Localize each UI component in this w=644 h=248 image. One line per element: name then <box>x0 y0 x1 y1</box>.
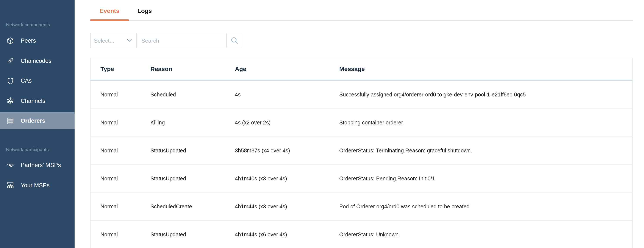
sidebar-item-label: Partners’ MSPs <box>21 162 61 168</box>
column-header-message: Message <box>329 65 632 72</box>
column-header-type: Type <box>90 65 140 72</box>
org-chart-icon <box>6 181 14 189</box>
cell-type: Normal <box>90 120 140 126</box>
sidebar-item-partners-msps[interactable]: Partners’ MSPs <box>0 157 74 174</box>
cell-reason: StatusUpdated <box>140 176 225 182</box>
cell-type: Normal <box>90 91 140 97</box>
tabs-bar: Events Logs <box>90 0 633 21</box>
cell-message: OrdererStatus: Terminating.Reason: grace… <box>329 148 632 154</box>
cell-age: 4h1m44s (x6 over 4s) <box>225 232 329 238</box>
filters-row: Select... <box>90 33 633 48</box>
shield-icon <box>6 77 14 85</box>
sidebar-item-channels[interactable]: Channels <box>0 92 74 109</box>
sidebar-item-label: Your MSPs <box>21 182 50 188</box>
table-row: Normal ScheduledCreate 4h1m44s (x3 over … <box>90 193 632 221</box>
cell-message: OrdererStatus: Unknown. <box>329 232 632 238</box>
column-header-reason: Reason <box>140 65 225 72</box>
cell-type: Normal <box>90 148 140 154</box>
cell-age: 4s (x2 over 2s) <box>225 120 329 126</box>
tab-events[interactable]: Events <box>90 0 129 20</box>
orderers-events-page: Network components Peers C <box>0 0 644 248</box>
cell-message: Stopping container orderer <box>329 120 632 126</box>
cube-icon <box>6 37 14 44</box>
cell-age: 4s <box>225 91 329 97</box>
cell-message: OrdererStatus: Pending.Reason: Init:0/1. <box>329 176 632 182</box>
cell-reason: Scheduled <box>140 91 225 97</box>
filter-select-value: Select... <box>94 37 114 44</box>
sidebar-item-orderers[interactable]: Orderers <box>0 112 74 129</box>
sidebar-item-label: Chaincodes <box>21 57 52 64</box>
sidebar-item-label: CAs <box>21 77 32 84</box>
sidebar-item-chaincodes[interactable]: Chaincodes <box>0 52 74 69</box>
sidebar-section-network-participants: Network participants <box>6 147 74 152</box>
cell-type: Normal <box>90 232 140 238</box>
sidebar-item-label: Peers <box>21 37 36 44</box>
table-row: Normal StatusUpdated 4h1m44s (x6 over 4s… <box>90 221 632 248</box>
sidebar: Network components Peers C <box>0 0 74 248</box>
cell-type: Normal <box>90 204 140 210</box>
tab-logs[interactable]: Logs <box>132 0 157 20</box>
cell-message: Successfully assigned org4/orderer-ord0 … <box>329 91 632 97</box>
cell-age: 4h1m40s (x3 over 4s) <box>225 176 329 182</box>
events-table: Type Reason Age Message Normal Scheduled… <box>90 58 633 248</box>
search-input[interactable] <box>137 33 226 48</box>
chevron-down-icon <box>127 39 132 42</box>
search-icon <box>230 37 238 44</box>
server-stack-icon <box>6 117 14 125</box>
search-button[interactable] <box>226 33 242 48</box>
cell-reason: StatusUpdated <box>140 232 225 238</box>
cell-reason: Killing <box>140 120 225 126</box>
table-row: Normal Killing 4s (x2 over 2s) Stopping … <box>90 108 632 136</box>
sidebar-item-cas[interactable]: CAs <box>0 72 74 89</box>
cell-age: 4h1m44s (x3 over 4s) <box>225 204 329 210</box>
cell-reason: ScheduledCreate <box>140 204 225 210</box>
cell-reason: StatusUpdated <box>140 148 225 154</box>
chain-link-icon <box>6 57 14 65</box>
sidebar-item-peers[interactable]: Peers <box>0 32 74 49</box>
search-box <box>137 33 242 48</box>
main-content: Events Logs Select... <box>74 0 644 248</box>
cell-type: Normal <box>90 176 140 182</box>
sidebar-item-label: Channels <box>21 97 45 104</box>
network-hub-icon <box>6 97 14 105</box>
cell-message: Pod of Orderer org4/ord0 was scheduled t… <box>329 204 632 210</box>
filter-select[interactable]: Select... <box>90 33 137 48</box>
table-header-row: Type Reason Age Message <box>90 58 632 80</box>
table-row: Normal StatusUpdated 4h1m40s (x3 over 4s… <box>90 165 632 193</box>
table-row: Normal Scheduled 4s Successfully assigne… <box>90 80 632 108</box>
sidebar-item-your-msps[interactable]: Your MSPs <box>0 177 74 194</box>
column-header-age: Age <box>225 65 329 72</box>
table-row: Normal StatusUpdated 3h58m37s (x4 over 4… <box>90 136 632 165</box>
sidebar-item-label: Orderers <box>21 118 45 124</box>
handshake-icon <box>6 161 14 169</box>
cell-age: 3h58m37s (x4 over 4s) <box>225 148 329 154</box>
sidebar-section-network-components: Network components <box>6 22 74 27</box>
